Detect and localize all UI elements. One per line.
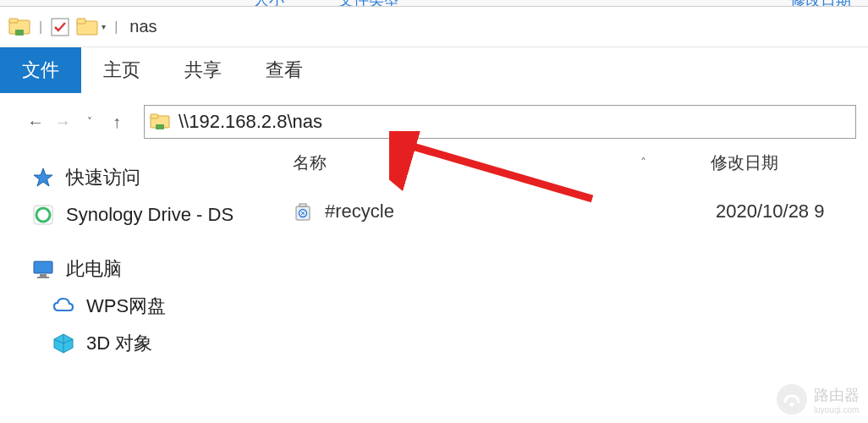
star-icon [32,167,54,189]
svg-rect-15 [299,204,306,206]
svg-rect-11 [34,261,52,273]
tab-share[interactable]: 共享 [162,47,244,93]
content-area: 快速访问 Synology Drive - DS 此电脑 WPS网盘 3D 对 [0,144,868,423]
network-folder-icon [150,113,170,130]
svg-rect-8 [156,124,164,129]
forward-button[interactable]: → [51,110,74,134]
sidebar-this-pc[interactable]: 此电脑 [32,250,277,288]
network-folder-icon [8,18,30,36]
column-headers: 名称 ˄ 修改日期 [277,144,868,181]
dropdown-icon[interactable]: ▾ [102,22,106,31]
frag-col2: 文件类型 [338,0,399,7]
tab-view[interactable]: 查看 [244,47,325,93]
sidebar-item-label: Synology Drive - DS [66,204,233,226]
separator: | [114,19,118,35]
watermark-icon [777,384,807,415]
window-title: nas [129,17,157,36]
sidebar-wps-drive[interactable]: WPS网盘 [32,288,277,325]
frag-col3: 修改日期 [790,0,851,7]
pc-icon [32,258,54,280]
ribbon: 文件 主页 共享 查看 [0,47,868,93]
folder-icon[interactable] [76,18,98,36]
watermark-sub: luyouqi.com [814,405,860,415]
synology-icon [32,204,54,226]
column-label: 修改日期 [711,153,778,172]
watermark-text: 路由器 [814,385,860,405]
cloud-icon [52,295,74,317]
cube-icon [52,332,74,354]
sidebar-item-label: 快速访问 [66,165,140,190]
file-list-panel: 名称 ˄ 修改日期 #recycle 2020/10/28 9 [277,144,868,423]
tab-file[interactable]: 文件 [0,47,81,93]
file-date: 2020/10/28 9 [702,201,824,222]
svg-point-18 [777,385,806,414]
recycle-bin-icon [293,201,313,222]
up-button[interactable]: ↑ [105,110,129,134]
sort-caret-icon: ˄ [640,156,697,169]
svg-rect-2 [15,30,24,36]
svg-rect-12 [40,274,47,277]
sidebar-3d-objects[interactable]: 3D 对象 [32,325,277,362]
file-name: #recycle [325,201,702,222]
column-label: 名称 [293,151,327,174]
separator: | [39,19,42,35]
sidebar-item-label: 此电脑 [66,256,122,282]
tab-home[interactable]: 主页 [81,47,162,93]
title-bar: | ▾ | nas [0,7,868,47]
address-path: \\192.168.2.8\nas [179,111,322,133]
address-bar[interactable]: \\192.168.2.8\nas [144,105,856,139]
frag-col1: 人小 [254,0,284,7]
file-row[interactable]: #recycle 2020/10/28 9 [277,193,868,230]
sidebar: 快速访问 Synology Drive - DS 此电脑 WPS网盘 3D 对 [0,144,277,423]
sidebar-synology-drive[interactable]: Synology Drive - DS [32,196,277,233]
column-header-date[interactable]: 修改日期 [697,151,868,174]
sidebar-item-label: WPS网盘 [86,294,166,319]
column-header-name[interactable]: 名称 ˄ [277,151,697,174]
checkbox-icon[interactable] [51,18,69,36]
top-fragment: 人小 文件类型 修改日期 [0,0,868,7]
svg-rect-13 [37,277,49,278]
svg-rect-5 [77,19,85,24]
sidebar-item-label: 3D 对象 [86,331,152,356]
nav-bar: ← → ˅ ↑ \\192.168.2.8\nas [0,100,868,144]
watermark: 路由器 luyouqi.com [777,384,860,415]
back-button[interactable]: ← [24,110,47,134]
recent-dropdown[interactable]: ˅ [78,110,102,134]
svg-point-19 [790,403,794,407]
sidebar-quick-access[interactable]: 快速访问 [32,159,277,196]
svg-rect-1 [9,19,18,23]
svg-rect-7 [151,114,158,118]
